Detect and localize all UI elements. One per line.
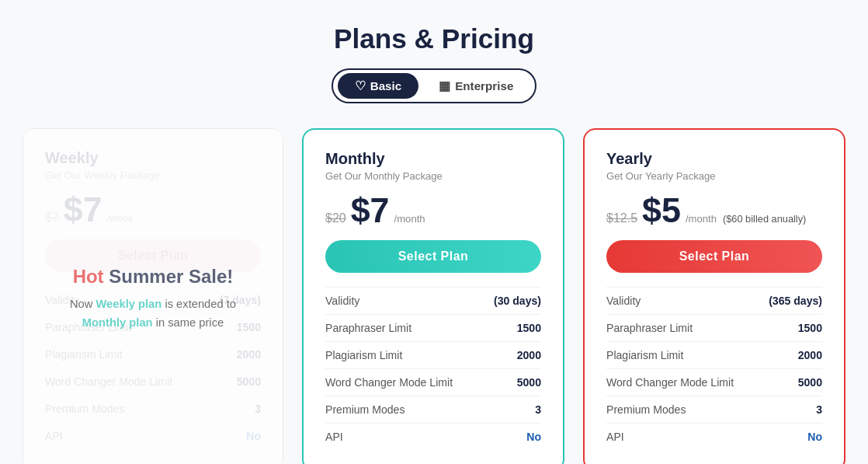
basic-icon: ♡: [355, 78, 366, 93]
pricing-cards: Weekly Get Our Weekly Package $7 $7 /wee…: [23, 128, 845, 464]
monthly-plan-highlight: Monthly plan: [82, 316, 153, 329]
yearly-plan-name: Yearly: [606, 150, 822, 168]
yearly-feature-validity: Validity (365 days): [606, 287, 822, 314]
weekly-plan-highlight: Weekly plan: [95, 298, 161, 310]
basic-toggle-btn[interactable]: ♡ Basic: [338, 73, 419, 99]
monthly-feature-word-changer: Word Changer Mode Limit 5000: [325, 368, 541, 396]
yearly-select-btn[interactable]: Select Plan: [606, 240, 822, 273]
enterprise-icon: ▦: [439, 78, 450, 93]
yearly-price-period: /month: [686, 213, 717, 225]
yearly-price-main: $5: [642, 193, 681, 228]
hot-sale-overlay: Hot Summer Sale! Now Weekly plan is exte…: [23, 129, 283, 464]
monthly-feature-plagiarism: Plagiarism Limit 2000: [325, 341, 541, 368]
monthly-price-period: /month: [394, 213, 425, 225]
yearly-feature-paraphraser: Paraphraser Limit 1500: [606, 314, 822, 341]
hot-dark-text: Summer Sale!: [109, 266, 233, 287]
monthly-price-main: $7: [351, 193, 390, 228]
basic-label: Basic: [370, 79, 402, 92]
yearly-feature-api: API No: [606, 423, 822, 450]
enterprise-label: Enterprise: [455, 79, 513, 92]
monthly-plan-subtitle: Get Our Monthly Package: [325, 170, 541, 182]
monthly-feature-paraphraser: Paraphraser Limit 1500: [325, 314, 541, 341]
monthly-plan-name: Monthly: [325, 150, 541, 168]
monthly-price-row: $20 $7 /month: [325, 193, 541, 228]
monthly-feature-premium: Premium Modes 3: [325, 396, 541, 423]
yearly-card: Yearly Get Our Yearly Package $12.5 $5 /…: [583, 128, 845, 464]
monthly-feature-api: API No: [325, 423, 541, 450]
enterprise-toggle-btn[interactable]: ▦ Enterprise: [422, 73, 530, 99]
page-title: Plans & Pricing: [334, 23, 534, 54]
yearly-feature-premium: Premium Modes 3: [606, 396, 822, 423]
yearly-price-note: ($60 billed anually): [723, 213, 806, 225]
yearly-price-row: $12.5 $5 /month ($60 billed anually): [606, 193, 822, 228]
monthly-select-btn[interactable]: Select Plan: [325, 240, 541, 273]
weekly-card: Weekly Get Our Weekly Package $7 $7 /wee…: [23, 128, 283, 464]
yearly-plan-subtitle: Get Our Yearly Package: [606, 170, 822, 182]
hot-red-text: Hot: [73, 266, 104, 287]
hot-sale-description: Now Weekly plan is extended to Monthly p…: [70, 295, 236, 332]
yearly-feature-word-changer: Word Changer Mode Limit 5000: [606, 368, 822, 396]
monthly-card: Monthly Get Our Monthly Package $20 $7 /…: [302, 128, 564, 464]
yearly-feature-plagiarism: Plagiarism Limit 2000: [606, 341, 822, 368]
monthly-feature-validity: Validity (30 days): [325, 287, 541, 314]
monthly-price-old: $20: [325, 211, 346, 225]
yearly-price-old: $12.5: [606, 211, 637, 225]
hot-sale-title: Hot Summer Sale!: [73, 266, 234, 288]
plan-toggle: ♡ Basic ▦ Enterprise: [332, 68, 537, 103]
